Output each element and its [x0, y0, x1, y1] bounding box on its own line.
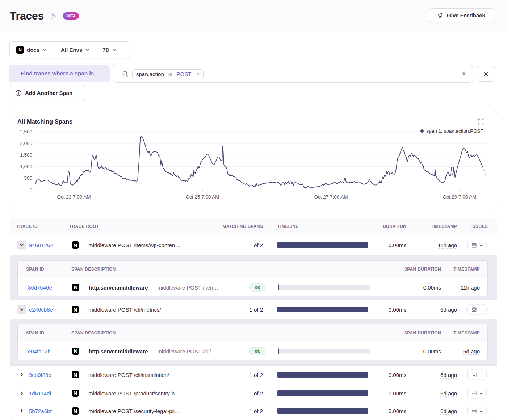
traces-table: TRACE ID TRACE ROOT MATCHING SPANS TIMEL…: [10, 218, 497, 419]
date-range-filter-label: 7D: [102, 47, 109, 53]
issues-pill[interactable]: −: [467, 388, 487, 398]
timeline-bar[interactable]: [277, 307, 368, 312]
chevron-right-icon: [20, 391, 24, 395]
col-timestamp: TIMESTAMP: [431, 218, 457, 235]
svg-text:2,000: 2,000: [20, 141, 32, 146]
trace-row[interactable]: 9cb9f88b N middleware POST /cli/installa…: [10, 366, 497, 384]
token-value[interactable]: POST: [177, 71, 192, 77]
find-traces-label: Find traces where a span is: [9, 65, 110, 82]
svg-text:1,500: 1,500: [20, 152, 32, 158]
span-search-input[interactable]: span.action is POST × ×: [113, 65, 473, 83]
col-span-timestamp: TIMESTAMP: [454, 261, 480, 278]
traces-page: Traces ? beta Give Feedback N docs All E…: [0, 0, 507, 420]
svg-text:0: 0: [29, 187, 32, 192]
help-icon[interactable]: ?: [50, 13, 56, 19]
chevron-right-icon: [20, 373, 24, 377]
span-status-badge: ok: [249, 283, 265, 291]
trace-id-link[interactable]: 1d6114df: [29, 390, 51, 396]
add-another-span-label: Add Another Span: [25, 90, 72, 96]
expand-row-button[interactable]: [19, 391, 24, 396]
timestamp[interactable]: 11h ago: [438, 242, 457, 248]
nextjs-platform-icon: N: [72, 284, 79, 291]
trace-row[interactable]: 5b72a6bf N middleware POST /security-leg…: [10, 402, 497, 419]
col-span-duration: SPAN DURATION: [404, 324, 441, 342]
col-span-id: SPAN ID: [26, 324, 44, 342]
issues-pill[interactable]: −: [467, 304, 487, 315]
span-id-link[interactable]: 36d7546e: [28, 284, 52, 290]
trace-id-link[interactable]: 9cb9f88b: [29, 372, 51, 378]
no-issues-dash: −: [479, 242, 482, 248]
span-timestamp[interactable]: 6d ago: [463, 348, 480, 354]
timeline-bar[interactable]: [277, 372, 368, 378]
col-span-description: SPAN DESCRIPTION: [71, 324, 116, 342]
col-trace-id: TRACE ID: [16, 218, 38, 235]
svg-text:500: 500: [24, 175, 32, 181]
timeline-bar[interactable]: [277, 390, 368, 396]
col-span-description: SPAN DESCRIPTION: [71, 261, 116, 278]
matching-spans: 1 of 2: [249, 390, 263, 396]
timeline-bar[interactable]: [277, 242, 368, 248]
trace-id-link[interactable]: e246cb8e: [29, 307, 53, 313]
issues-pill[interactable]: −: [467, 406, 487, 416]
timestamp[interactable]: 6d ago: [440, 408, 457, 414]
search-token[interactable]: span.action is POST ×: [132, 69, 204, 79]
give-feedback-button[interactable]: Give Feedback: [429, 8, 494, 22]
span-row[interactable]: 36d7546e N http.server.middleware—middle…: [18, 278, 487, 296]
issues-pill[interactable]: −: [467, 240, 487, 250]
span-duration: 0.00ms: [423, 348, 441, 354]
svg-text:2,500: 2,500: [20, 129, 32, 134]
project-filter-label: docs: [27, 47, 39, 53]
issues-pill[interactable]: −: [467, 370, 487, 380]
issues-icon: [471, 307, 477, 312]
legend-label: span 1: span.action:POST: [426, 128, 483, 134]
span-subtable: SPAN ID SPAN DESCRIPTION SPAN DURATION T…: [17, 324, 488, 360]
trace-root: middleware POST /items/wp-conten…: [88, 242, 180, 248]
collapse-row-button[interactable]: [17, 305, 26, 314]
timestamp[interactable]: 6d ago: [440, 390, 457, 396]
trace-row[interactable]: 1d6114df N middleware POST /product/sent…: [10, 384, 497, 402]
expand-row-button[interactable]: [19, 408, 24, 413]
chevron-down-icon: [20, 307, 24, 312]
table-header: TRACE ID TRACE ROOT MATCHING SPANS TIMEL…: [10, 218, 497, 235]
trace-row[interactable]: e246cb8e N middleware POST /cli/metrics/…: [10, 300, 497, 319]
project-filter[interactable]: N docs: [10, 42, 55, 58]
chevron-right-icon: [20, 409, 24, 413]
expand-chart-icon[interactable]: [478, 118, 484, 126]
issues-icon: [471, 242, 477, 248]
token-operator[interactable]: is: [168, 71, 172, 77]
plus-circle-icon: [15, 90, 22, 96]
trace-id-link[interactable]: 5b72a6bf: [29, 408, 52, 414]
clear-search-icon[interactable]: ×: [460, 70, 468, 78]
collapse-row-button[interactable]: [17, 241, 26, 250]
issues-icon: [471, 390, 477, 396]
col-span-duration: SPAN DURATION: [404, 261, 441, 278]
timestamp[interactable]: 6d ago: [440, 307, 457, 313]
span-status-badge: ok: [249, 347, 265, 355]
token-remove-icon[interactable]: ×: [196, 71, 200, 77]
add-another-span-button[interactable]: Add Another Span: [9, 85, 85, 101]
legend-dot: [420, 129, 424, 133]
expand-row-button[interactable]: [19, 372, 24, 377]
trace-row[interactable]: 94601262 N middleware POST /items/wp-con…: [10, 235, 497, 255]
no-issues-dash: −: [479, 307, 482, 312]
span-timestamp[interactable]: 11h ago: [461, 284, 480, 290]
date-range-filter[interactable]: 7D: [97, 42, 122, 58]
chart-title: All Matching Spans: [17, 118, 72, 125]
span-id-link[interactable]: e04fa12b: [28, 348, 51, 354]
environment-filter[interactable]: All Envs: [55, 42, 97, 58]
svg-text:Oct 25 7:00 AM: Oct 25 7:00 AM: [185, 194, 219, 200]
timestamp[interactable]: 6d ago: [440, 372, 457, 378]
nextjs-platform-icon: N: [72, 371, 79, 378]
timeline-bar[interactable]: [277, 408, 368, 414]
nextjs-platform-icon: N: [16, 46, 24, 54]
trace-id-link[interactable]: 94601262: [29, 242, 53, 248]
span-timeline-tick: [278, 348, 279, 354]
span-row[interactable]: e04fa12b N http.server.middleware—middle…: [18, 342, 487, 360]
remove-span-filter-button[interactable]: [477, 66, 495, 82]
give-feedback-label: Give Feedback: [447, 12, 485, 18]
svg-text:Oct 27 7:00 AM: Oct 27 7:00 AM: [314, 194, 348, 200]
search-icon: [122, 71, 129, 79]
expanded-trace-band: SPAN ID SPAN DESCRIPTION SPAN DURATION T…: [10, 319, 497, 366]
span-timeline-track: [278, 285, 370, 290]
chart-legend[interactable]: span 1: span.action:POST: [420, 128, 483, 134]
